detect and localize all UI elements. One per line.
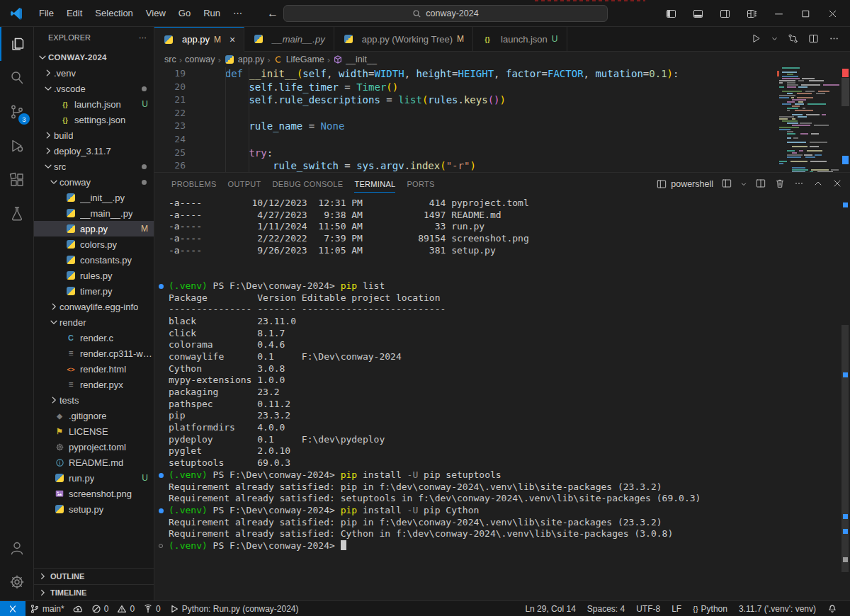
tree-item-launch-json[interactable]: {}launch.jsonU <box>34 96 154 112</box>
tree-item-render-pyx[interactable]: ≡render.pyx <box>34 377 154 392</box>
terminal-scrollbar-slider[interactable] <box>842 325 849 572</box>
tree-item-run-py[interactable]: run.pyU <box>34 470 154 486</box>
menu-go[interactable]: Go <box>172 5 197 21</box>
tree-item-deploy-3-11-7[interactable]: deploy_3.11.7 <box>34 143 154 159</box>
tab-close-icon[interactable]: × <box>230 34 235 45</box>
activity-explorer[interactable] <box>0 27 34 61</box>
menu-view[interactable]: View <box>140 5 172 21</box>
activity-search[interactable] <box>0 61 34 95</box>
tab-main-py[interactable]: __main__.py <box>244 27 334 51</box>
tree-item-render[interactable]: render <box>34 314 154 330</box>
terminal-profile[interactable]: powershell <box>656 178 713 190</box>
status-cloud[interactable] <box>69 601 87 616</box>
status-bell[interactable] <box>822 601 843 616</box>
layout-customize-icon[interactable] <box>740 3 764 24</box>
status-remote[interactable] <box>0 601 26 616</box>
close-icon[interactable] <box>820 3 844 24</box>
panel-tab-problems[interactable]: PROBLEMS <box>166 173 222 195</box>
maximize-icon[interactable] <box>793 3 817 24</box>
outline-section[interactable]: OUTLINE <box>34 568 154 584</box>
tree-item-vscode[interactable]: .vscode <box>34 81 154 96</box>
menu-[interactable]: ⋯ <box>227 5 249 21</box>
panel-tab-debug-console[interactable]: DEBUG CONSOLE <box>267 173 349 195</box>
tree-item-render-html[interactable]: <>render.html <box>34 361 154 377</box>
command-decoration-blue[interactable] <box>159 284 164 289</box>
editor-overview-ruler[interactable] <box>840 67 850 172</box>
tree-item-readme-md[interactable]: README.md <box>34 455 154 470</box>
maximize-panel-icon[interactable] <box>812 178 824 191</box>
tree-item-colors-py[interactable]: colors.py <box>34 236 154 252</box>
tree-item-setup-py[interactable]: setup.py <box>34 501 154 517</box>
panel-tab-terminal[interactable]: TERMINAL <box>348 173 401 195</box>
status-tower[interactable]: 0 <box>139 601 165 616</box>
status-warning[interactable]: 0 <box>113 601 139 616</box>
breadcrumb-src[interactable]: src <box>164 55 176 64</box>
command-decoration-gray[interactable] <box>159 544 163 548</box>
tree-item-build[interactable]: build <box>34 127 154 143</box>
editor-scrollbar-slider[interactable] <box>842 78 849 106</box>
minimize-icon[interactable] <box>766 3 790 24</box>
breadcrumb-init[interactable]: __init__ <box>333 55 377 64</box>
panel-tab-ports[interactable]: PORTS <box>401 173 440 195</box>
tree-item-conwaylife-egg-info[interactable]: conwaylife.egg-info <box>34 299 154 314</box>
status-lf[interactable]: LF <box>666 601 687 616</box>
layout-sidebar-left-icon[interactable] <box>659 3 683 24</box>
tree-item-tests[interactable]: tests <box>34 392 154 408</box>
activity-testing[interactable] <box>0 197 34 231</box>
activity-settings[interactable] <box>0 565 34 599</box>
command-decoration-blue[interactable] <box>159 473 164 478</box>
tree-item-app-py[interactable]: app.pyM <box>34 221 154 236</box>
more-icon[interactable] <box>828 33 840 47</box>
status-play[interactable]: Python: Run.py (conway-2024) <box>165 601 303 616</box>
menu-selection[interactable]: Selection <box>89 5 139 21</box>
activity-account[interactable] <box>0 531 34 565</box>
layout-sidebar-right-icon[interactable] <box>713 3 737 24</box>
run-icon[interactable] <box>750 33 762 47</box>
tab-app-py-working-tree[interactable]: app.py (Working Tree)M <box>334 27 473 51</box>
tree-item-init-py[interactable]: __init__.py <box>34 190 154 205</box>
tree-item-conway-2024[interactable]: CONWAY-2024 <box>34 50 154 65</box>
tree-item-rules-py[interactable]: rules.py <box>34 268 154 283</box>
split-terminal-icon[interactable] <box>755 178 766 191</box>
tree-item-license[interactable]: ⚑LICENSE <box>34 423 154 439</box>
tree-item-conway[interactable]: conway <box>34 174 154 190</box>
tab-app-py[interactable]: app.pyM× <box>154 27 244 52</box>
activity-source-control[interactable]: 3 <box>0 95 34 129</box>
breadcrumb-conway[interactable]: conway <box>185 55 215 64</box>
tree-item-main-py[interactable]: __main__.py <box>34 205 154 221</box>
activity-extensions[interactable] <box>0 163 34 197</box>
breadcrumb-app-py[interactable]: app.py <box>224 54 265 65</box>
status-utf-8[interactable]: UTF-8 <box>630 601 666 616</box>
tree-item-screenshot-png[interactable]: screenshot.png <box>34 486 154 501</box>
layout-panel-icon[interactable] <box>686 3 710 24</box>
split-editor-icon[interactable] <box>808 33 820 47</box>
chevron-down-icon[interactable] <box>771 34 778 45</box>
tree-item-pyproject-toml[interactable]: pyproject.toml <box>34 439 154 455</box>
minimap[interactable] <box>778 67 840 172</box>
launch-profile-icon[interactable] <box>721 178 732 191</box>
terminal[interactable]: -a---- 10/12/2023 12:31 PM 414 pyproject… <box>154 198 840 600</box>
tree-item-gitignore[interactable]: ◆.gitignore <box>34 408 154 423</box>
status-braces[interactable]: {}Python <box>687 601 733 616</box>
tree-item-render-c[interactable]: Crender.c <box>34 330 154 346</box>
menu-run[interactable]: Run <box>197 5 227 21</box>
chevron-down-icon[interactable] <box>740 179 747 190</box>
tree-item-settings-json[interactable]: {}settings.json <box>34 112 154 127</box>
panel-tab-output[interactable]: OUTPUT <box>222 173 267 195</box>
status-ln-29-col-14[interactable]: Ln 29, Col 14 <box>519 601 581 616</box>
tree-item-constants-py[interactable]: constants.py <box>34 252 154 268</box>
code-editor[interactable]: 19 def __init__(self, width=WIDTH, heigh… <box>154 67 850 172</box>
nav-back-icon[interactable]: ← <box>267 7 278 20</box>
tab-launch-json[interactable]: {}launch.jsonU <box>473 27 567 51</box>
status-3-11-7-venv-venv[interactable]: 3.11.7 ('.venv': venv) <box>733 601 822 616</box>
menu-edit[interactable]: Edit <box>60 5 89 21</box>
status-spaces-4[interactable]: Spaces: 4 <box>582 601 630 616</box>
terminal-scrollbar[interactable] <box>840 173 850 600</box>
status-branch[interactable]: main* <box>26 601 69 616</box>
command-decoration-blue[interactable] <box>159 508 164 513</box>
timeline-section[interactable]: TIMELINE <box>34 584 154 600</box>
tree-item-timer-py[interactable]: timer.py <box>34 283 154 299</box>
tree-item-render-cp311-win[interactable]: ≡render.cp311-win_... <box>34 346 154 361</box>
explorer-more-icon[interactable]: ⋯ <box>139 33 147 42</box>
command-center-search[interactable]: conway-2024 <box>283 5 608 22</box>
